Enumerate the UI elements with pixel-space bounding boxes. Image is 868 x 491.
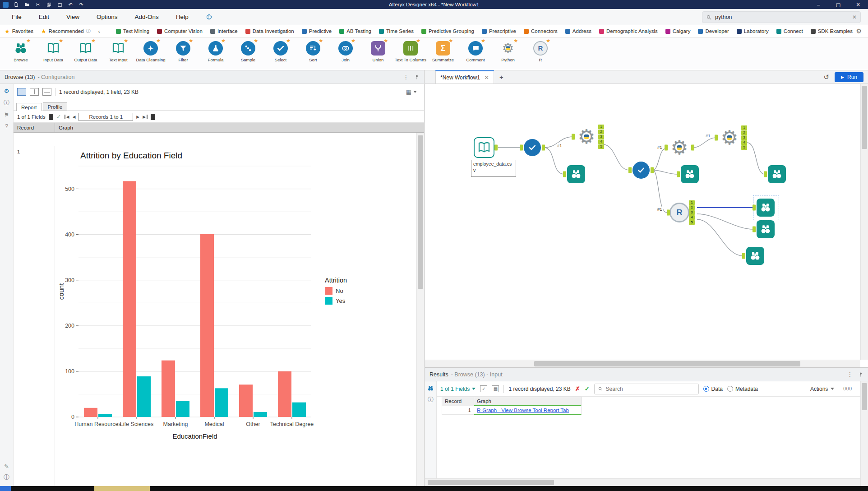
tool-text-to-columns[interactable]: ★Text To Columns bbox=[394, 37, 427, 70]
category-tab-demographic-analysis[interactable]: Demographic Analysis bbox=[599, 28, 658, 34]
category-tab-address[interactable]: Address bbox=[565, 28, 591, 34]
output-anchor-number[interactable]: 4 bbox=[689, 215, 695, 220]
search-input[interactable] bbox=[715, 14, 849, 20]
output-anchor-number[interactable]: 4 bbox=[598, 139, 604, 144]
browse-tool-node-selected[interactable] bbox=[757, 199, 775, 217]
category-tab-favorites[interactable]: ★Favorites bbox=[5, 28, 33, 34]
menu-file[interactable]: File bbox=[12, 14, 22, 20]
scrollbar-thumb[interactable] bbox=[428, 480, 554, 485]
first-record-button[interactable]: ◀ bbox=[65, 115, 69, 119]
actions-dropdown[interactable]: Actions bbox=[810, 386, 834, 392]
output-anchor-number[interactable]: 2 bbox=[741, 130, 747, 135]
record-selector-button[interactable] bbox=[151, 114, 155, 120]
output-anchor-number[interactable]: 2 bbox=[689, 205, 695, 210]
output-anchor-number[interactable]: 3 bbox=[598, 134, 604, 139]
category-tab-data-investigation[interactable]: Data Investigation bbox=[245, 28, 294, 34]
category-tab-connect[interactable]: Connect bbox=[776, 28, 803, 34]
help-icon[interactable]: ? bbox=[5, 123, 8, 130]
view-split-horizontal-button[interactable] bbox=[42, 88, 51, 96]
category-tab-calgary[interactable]: Calgary bbox=[665, 28, 691, 34]
copy-icon[interactable] bbox=[46, 1, 52, 8]
info-icon[interactable]: ⓘ bbox=[428, 396, 434, 404]
view-split-vertical-button[interactable] bbox=[30, 88, 39, 96]
tool-sort[interactable]: ★Sort bbox=[297, 37, 329, 70]
scrollbar-thumb[interactable] bbox=[534, 361, 800, 366]
input-anchor[interactable] bbox=[520, 145, 523, 151]
cell-viewer-icon[interactable]: ▦ bbox=[492, 385, 499, 392]
output-anchor[interactable] bbox=[542, 145, 545, 151]
tool-filter[interactable]: ★Filter bbox=[167, 37, 199, 70]
toolbar-search[interactable]: ✕ bbox=[702, 11, 861, 23]
new-tab-button[interactable]: + bbox=[499, 73, 503, 81]
output-anchor-number[interactable]: 5 bbox=[598, 144, 604, 149]
select-tool-node[interactable] bbox=[633, 162, 650, 179]
tool-join[interactable]: ★Join bbox=[329, 37, 362, 70]
results-vertical-scrollbar[interactable] bbox=[860, 381, 868, 486]
cut-icon[interactable]: ✂ bbox=[35, 1, 41, 8]
binoculars-icon[interactable] bbox=[427, 385, 434, 392]
output-anchor-number[interactable]: 1 bbox=[689, 200, 695, 205]
tool-text-input[interactable]: ★Text Input bbox=[102, 37, 134, 70]
browse-tool-node[interactable] bbox=[768, 165, 786, 183]
taskbar-app-item[interactable] bbox=[94, 486, 150, 491]
info-icon[interactable]: ⓘ bbox=[4, 473, 9, 482]
undo-icon[interactable]: ↶ bbox=[67, 1, 74, 8]
workflow-tab[interactable]: *New Workflow1 ✕ bbox=[435, 70, 494, 83]
tool-data-cleansing[interactable]: ★Data Cleansing bbox=[134, 37, 167, 70]
pin-icon[interactable] bbox=[414, 74, 420, 80]
browse-tool-node[interactable] bbox=[746, 247, 764, 265]
tool-browse[interactable]: ★Browse bbox=[5, 37, 37, 70]
clear-search-icon[interactable]: ✕ bbox=[852, 14, 857, 20]
fields-dropdown[interactable]: 1 of 1 Fields bbox=[440, 386, 476, 392]
output-anchor-number[interactable]: 4 bbox=[741, 140, 747, 145]
output-anchor-number[interactable]: 3 bbox=[689, 210, 695, 215]
tab-profile[interactable]: Profile bbox=[43, 102, 68, 111]
results-horizontal-scrollbar[interactable] bbox=[425, 478, 860, 486]
category-tab-ab-testing[interactable]: AB Testing bbox=[339, 28, 371, 34]
output-anchor[interactable] bbox=[494, 145, 498, 151]
output-anchor-number[interactable]: 2 bbox=[598, 130, 604, 134]
run-button[interactable]: ▶ Run bbox=[835, 72, 863, 82]
output-anchor-number[interactable]: 3 bbox=[741, 135, 747, 140]
paste-icon[interactable] bbox=[56, 1, 63, 8]
python-tool-node[interactable]: ⚙ bbox=[669, 137, 690, 158]
menu-edit[interactable]: Edit bbox=[39, 14, 49, 20]
more-options-icon[interactable]: ⋮ bbox=[403, 74, 409, 80]
data-radio[interactable]: Data bbox=[703, 386, 723, 392]
input-anchor[interactable] bbox=[677, 171, 680, 177]
output-anchor[interactable] bbox=[651, 167, 654, 173]
open-file-icon[interactable] bbox=[24, 1, 30, 8]
search-input[interactable] bbox=[606, 386, 695, 392]
input-anchor[interactable] bbox=[628, 167, 632, 173]
new-file-icon[interactable] bbox=[13, 1, 19, 8]
history-icon[interactable]: ↺ bbox=[823, 73, 829, 81]
output-anchor-stack[interactable]: 1 2 3 4 5 bbox=[598, 125, 604, 149]
tool-r[interactable]: ★RR bbox=[524, 37, 557, 70]
error-x-icon[interactable]: ✗ bbox=[575, 385, 580, 392]
input-anchor[interactable] bbox=[667, 210, 670, 216]
field-selector-button[interactable] bbox=[49, 114, 53, 120]
input-anchor[interactable] bbox=[665, 145, 668, 151]
scrollbar-thumb[interactable] bbox=[862, 383, 867, 410]
tool-formula[interactable]: ★Formula bbox=[199, 37, 232, 70]
tool-summarize[interactable]: ★ΣSummarize bbox=[427, 37, 459, 70]
scrollbar-thumb[interactable] bbox=[418, 135, 423, 289]
category-tab-developer[interactable]: Developer bbox=[698, 28, 729, 34]
column-header-record[interactable]: Record bbox=[442, 397, 474, 406]
category-tab-recommended[interactable]: ★Recommendedⓘ bbox=[41, 28, 91, 34]
column-header-graph[interactable]: Graph bbox=[55, 123, 424, 132]
category-tab-sdk-examples[interactable]: SDK Examples bbox=[811, 28, 853, 34]
workflow-canvas[interactable]: employee_data.csv ⚙ 1 2 3 4 5 bbox=[425, 84, 860, 360]
apply-check-icon[interactable]: ✓ bbox=[56, 113, 61, 120]
select-fields-icon[interactable]: ✓ bbox=[480, 385, 487, 392]
close-tab-icon[interactable]: ✕ bbox=[485, 74, 489, 81]
category-tab-laboratory[interactable]: Laboratory bbox=[737, 28, 769, 34]
category-tab-prescriptive[interactable]: Prescriptive bbox=[482, 28, 516, 34]
input-anchor[interactable] bbox=[753, 205, 756, 211]
r-tool-node[interactable]: R 1 2 3 4 5 bbox=[669, 203, 689, 222]
column-header-graph[interactable]: Graph bbox=[474, 397, 582, 406]
input-anchor[interactable] bbox=[764, 171, 767, 177]
column-header-record[interactable]: Record bbox=[14, 123, 55, 132]
python-tool-node[interactable]: ⚙ 1 2 3 4 5 bbox=[576, 126, 597, 148]
previous-record-button[interactable]: ◀ bbox=[72, 115, 75, 119]
